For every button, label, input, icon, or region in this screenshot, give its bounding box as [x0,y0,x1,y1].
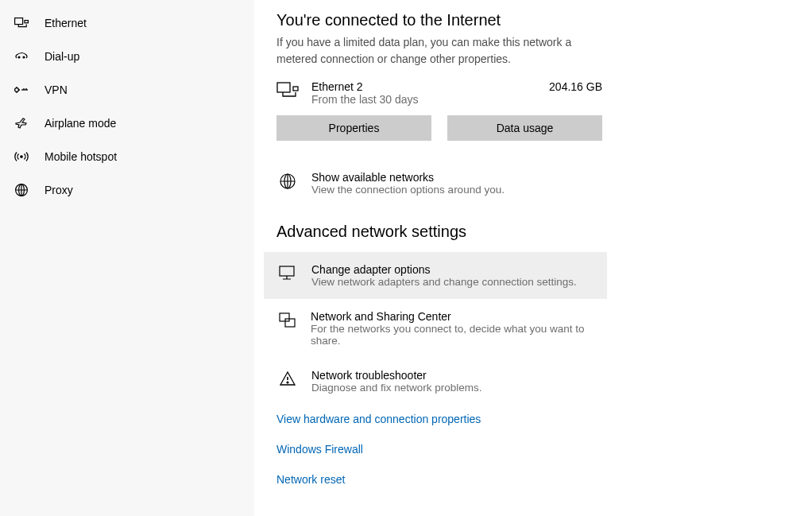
sidebar-item-ethernet[interactable]: Ethernet [0,6,254,40]
change-adapter-options[interactable]: Change adapter options View network adap… [264,252,607,299]
sidebar-item-airplane[interactable]: Airplane mode [0,107,254,140]
airplane-icon [14,116,29,130]
sidebar-item-label: Dial-up [44,50,79,63]
svg-point-5 [21,156,22,157]
svg-rect-1 [25,21,28,23]
settings-sidebar: Ethernet Dial-up VPN Airpl [0,0,254,516]
svg-rect-8 [277,83,290,92]
troubleshoot-title: Network troubleshooter [311,369,482,382]
sidebar-item-hotspot[interactable]: Mobile hotspot [0,140,254,173]
adapter-desc: View network adapters and change connect… [311,276,577,288]
available-title: Show available networks [311,171,505,184]
sidebar-item-label: Ethernet [44,17,87,29]
page-subtext: If you have a limited data plan, you can… [276,34,610,68]
network-usage: 204.16 GB [549,80,602,93]
show-available-networks[interactable]: Show available networks View the connect… [276,163,790,204]
sidebar-item-label: Mobile hotspot [44,150,117,163]
page-headline: You're connected to the Internet [276,11,790,29]
svg-point-2 [18,56,20,58]
sharing-title: Network and Sharing Center [311,310,607,323]
available-desc: View the connection options around you. [311,184,505,196]
sidebar-item-dialup[interactable]: Dial-up [0,40,254,73]
link-hardware-properties[interactable]: View hardware and connection properties [276,413,790,425]
network-status-panel: You're connected to the Internet If you … [254,0,812,516]
network-summary: Ethernet 2 From the last 30 days 204.16 … [276,80,602,106]
link-windows-firewall[interactable]: Windows Firewall [276,443,790,456]
vpn-icon [14,83,29,97]
dialup-icon [14,49,29,64]
svg-rect-13 [280,313,289,321]
network-troubleshooter[interactable]: Network troubleshooter Diagnose and fix … [264,358,607,405]
svg-point-3 [23,56,25,58]
network-sharing-center[interactable]: Network and Sharing Center For the netwo… [264,299,607,358]
svg-rect-12 [280,266,294,276]
sidebar-item-proxy[interactable]: Proxy [0,173,254,207]
link-network-reset[interactable]: Network reset [276,473,790,486]
hotspot-icon [14,149,29,164]
adapter-icon [276,265,299,281]
sharing-icon [276,312,298,329]
sidebar-item-label: VPN [44,83,68,96]
sidebar-item-label: Airplane mode [44,117,116,130]
svg-point-4 [15,88,19,92]
svg-rect-14 [285,319,295,327]
warning-icon [276,371,299,386]
sidebar-item-vpn[interactable]: VPN [0,73,254,107]
adapter-title: Change adapter options [311,263,577,276]
svg-rect-9 [293,87,298,91]
network-period: From the last 30 days [311,93,536,106]
proxy-icon [14,183,29,197]
sharing-desc: For the networks you connect to, decide … [311,323,607,347]
data-usage-button[interactable]: Data usage [447,115,602,141]
svg-rect-0 [15,18,23,25]
properties-button[interactable]: Properties [276,115,431,141]
ethernet-large-icon [276,82,299,103]
advanced-section-title: Advanced network settings [276,223,790,241]
svg-point-15 [287,382,288,383]
ethernet-icon [14,16,29,30]
troubleshoot-desc: Diagnose and fix network problems. [311,382,482,394]
globe-icon [276,173,299,190]
network-name: Ethernet 2 [311,80,536,93]
sidebar-item-label: Proxy [44,184,73,196]
